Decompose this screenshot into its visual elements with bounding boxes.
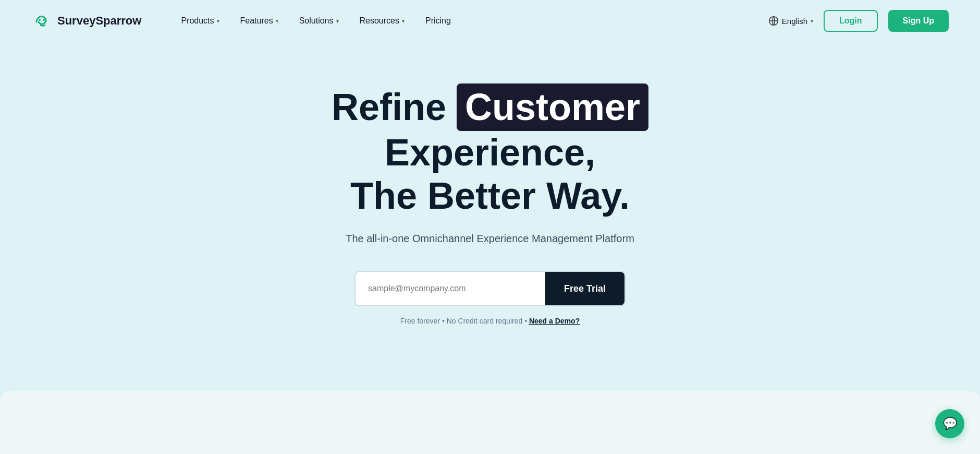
solutions-label: Solutions [299,16,334,26]
demo-link[interactable]: Need a Demo? [529,317,580,325]
nav-links: Products ▾ Features ▾ Solutions ▾ Resour… [173,12,768,30]
nav-item-solutions[interactable]: Solutions ▾ [291,12,347,30]
logo-text: SurveySparrow [57,14,141,28]
logo-icon [31,10,52,31]
title-part1: Refine [332,86,446,128]
nav-item-features[interactable]: Features ▾ [232,12,287,30]
features-chevron-icon: ▾ [276,18,278,24]
signup-button[interactable]: Sign Up [888,10,949,32]
title-line2: The Better Way. [350,175,630,217]
nav-right: English ▾ Login Sign Up [768,10,949,32]
email-input[interactable] [356,272,545,305]
language-chevron-icon: ▾ [811,18,813,24]
svg-point-0 [31,10,52,31]
products-chevron-icon: ▾ [217,18,219,24]
hero-title: Refine Customer Experience, The Better W… [229,83,751,217]
resources-chevron-icon: ▾ [402,18,405,24]
email-form: Free Trial [354,271,626,306]
chat-icon: 💬 [943,417,957,431]
language-label: English [782,17,807,26]
nav-item-pricing[interactable]: Pricing [417,12,459,30]
products-label: Products [181,16,214,26]
resources-label: Resources [360,16,399,26]
solutions-chevron-icon: ▾ [336,18,339,24]
globe-icon [768,16,779,26]
svg-point-2 [43,19,45,21]
bottom-section [0,391,980,454]
nav-item-resources[interactable]: Resources ▾ [351,12,413,30]
title-part2: Experience, [385,132,595,173]
title-highlight: Customer [457,83,648,131]
svg-point-1 [39,19,41,21]
logo-link[interactable]: SurveySparrow [31,10,141,31]
login-button[interactable]: Login [824,10,878,32]
navbar: SurveySparrow Products ▾ Features ▾ Solu… [0,0,980,42]
hero-subtitle: The all-in-one Omnichannel Experience Ma… [346,233,634,245]
pricing-label: Pricing [425,16,451,26]
features-label: Features [240,16,273,26]
language-selector[interactable]: English ▾ [768,16,813,26]
nav-item-products[interactable]: Products ▾ [173,12,227,30]
subtext: Free forever • No Credit card required •… [400,317,580,325]
subtext-static: Free forever • No Credit card required • [400,317,527,325]
chat-widget[interactable]: 💬 [935,409,964,438]
hero-section: Refine Customer Experience, The Better W… [0,42,980,356]
free-trial-button[interactable]: Free Trial [545,272,624,305]
